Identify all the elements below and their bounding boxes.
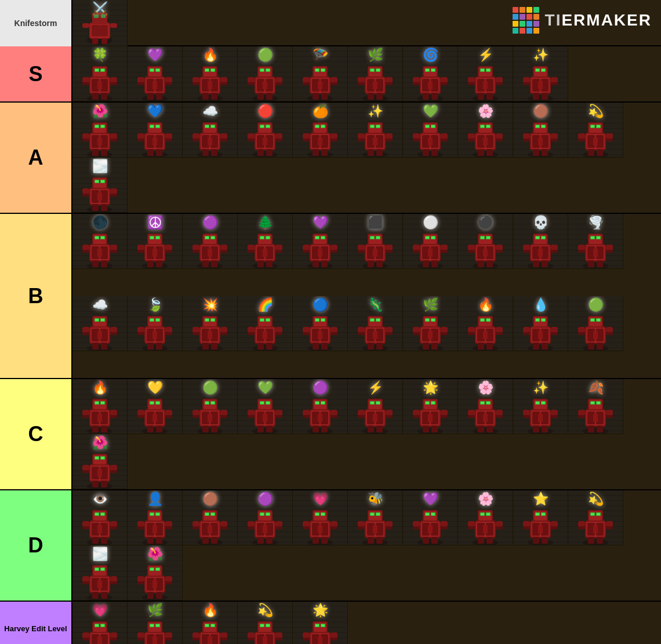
tier-item[interactable]: 💚 bbox=[238, 379, 293, 434]
tier-item[interactable]: 💫 bbox=[568, 490, 623, 545]
tier-item[interactable]: 🟣 bbox=[183, 214, 238, 269]
tier-item[interactable]: 🌸 bbox=[458, 379, 513, 434]
tier-item[interactable]: 🟤 bbox=[183, 490, 238, 545]
tier-item[interactable]: ⚡ bbox=[348, 379, 403, 434]
tier-item[interactable]: 💜 bbox=[128, 46, 183, 101]
tier-item[interactable]: 🌸 bbox=[458, 490, 513, 545]
tier-label-d: D bbox=[0, 490, 72, 601]
tier-item[interactable]: 💚 bbox=[403, 103, 458, 158]
tier-item[interactable]: ☮️ bbox=[128, 214, 183, 269]
svg-rect-3 bbox=[92, 25, 100, 37]
tier-b-items: 🌑 ☮️ 🟣 🌲 💜 ⬛ ⚪ ⚫ 💀 🌪️ ☁️ 🍃 💥 🌈 🔵 🦎 🌿 🔥 💧… bbox=[72, 214, 661, 378]
tier-item[interactable]: 💜 bbox=[403, 490, 458, 545]
tier-label-s: S bbox=[0, 46, 72, 101]
tier-c-items: 🔥 💛 🟢 💚 🟣 ⚡ 🌟 🌸 ✨ 🍂 🌺 bbox=[72, 379, 661, 489]
tier-item[interactable]: 🌸 bbox=[458, 103, 513, 158]
tier-item[interactable]: 🍀 bbox=[72, 46, 128, 101]
tier-item[interactable]: 🟢 bbox=[568, 296, 623, 351]
tier-item[interactable]: 👤 bbox=[128, 490, 183, 545]
tier-item[interactable]: 🟢 bbox=[238, 46, 293, 101]
tier-item[interactable]: 💗 bbox=[293, 490, 348, 545]
tier-item[interactable]: ⬛ bbox=[348, 214, 403, 269]
tier-label-b: B bbox=[0, 214, 72, 378]
tier-item[interactable]: 💥 bbox=[183, 296, 238, 351]
svg-rect-10 bbox=[92, 38, 98, 44]
tier-item[interactable]: 🌿 bbox=[403, 296, 458, 351]
tier-item[interactable]: 🌺 bbox=[72, 434, 128, 489]
logo-text: TierMAKER bbox=[545, 11, 652, 30]
tier-item[interactable]: 🪂 bbox=[293, 46, 348, 101]
tier-item[interactable]: ⚪ bbox=[403, 214, 458, 269]
tier-item[interactable]: 🌺 bbox=[128, 545, 183, 601]
tier-s-items: 🍀 💜 🔥 🟢 🪂 🌿 🌀 ⚡ ✨ bbox=[72, 46, 661, 101]
tier-item[interactable]: 🔥 bbox=[183, 602, 238, 644]
tier-item[interactable]: 💧 bbox=[513, 296, 568, 351]
tier-item[interactable]: 🌟 bbox=[403, 379, 458, 434]
tiermaker-logo: TierMAKER bbox=[513, 7, 652, 34]
tier-item[interactable]: 💜 bbox=[293, 214, 348, 269]
tier-item[interactable]: 🦎 bbox=[348, 296, 403, 351]
tier-row-b: B 🌑 ☮️ 🟣 🌲 💜 ⬛ ⚪ ⚫ 💀 🌪️ ☁️ 🍃 💥 🌈 🔵 🦎 🌿 🔥… bbox=[0, 214, 661, 379]
logo-grid bbox=[513, 7, 539, 34]
tier-item[interactable]: 🌀 bbox=[403, 46, 458, 101]
effect-icon: ⚔️ bbox=[92, 1, 108, 16]
tier-item[interactable]: 🐝 bbox=[348, 490, 403, 545]
tier-item[interactable]: 🌑 bbox=[72, 214, 128, 269]
svg-rect-9 bbox=[110, 23, 117, 28]
tier-item[interactable]: 💫 bbox=[238, 602, 293, 644]
tier-list: Knifestorm ⚔️ bbox=[0, 0, 661, 644]
tier-item[interactable]: 💙 bbox=[128, 103, 183, 158]
tier-item[interactable]: 🌿 bbox=[128, 602, 183, 644]
tier-item[interactable]: 🌫️ bbox=[72, 545, 128, 601]
tier-row-a: A 🌺 💙 ☁️ 🔴 🍊 ✨ 💚 🌸 🟤 💫 🌫️ bbox=[0, 103, 661, 214]
tier-item[interactable]: 🌪️ bbox=[568, 214, 623, 269]
tier-item[interactable]: ✨ bbox=[513, 379, 568, 434]
tier-item[interactable]: ⚔️ bbox=[72, 0, 128, 46]
tier-item[interactable]: ☁️ bbox=[183, 103, 238, 158]
tier-row-d: D 👁️ 👤 🟤 🟣 💗 🐝 💜 🌸 ⭐ 💫 🌫️ 🌺 bbox=[0, 490, 661, 602]
tier-item[interactable]: 🍊 bbox=[293, 103, 348, 158]
tier-item[interactable]: ⚫ bbox=[458, 214, 513, 269]
tier-item[interactable]: 🟣 bbox=[293, 379, 348, 434]
tier-label-a: A bbox=[0, 103, 72, 213]
tier-item[interactable]: 🔥 bbox=[458, 296, 513, 351]
tier-item[interactable]: 🌫️ bbox=[72, 158, 128, 213]
tier-item[interactable]: 🟢 bbox=[183, 379, 238, 434]
tier-label-c: C bbox=[0, 379, 72, 489]
tier-harvey-items: 💗 🌿 🔥 💫 🌟 bbox=[72, 602, 661, 644]
tier-item[interactable]: 🌈 bbox=[238, 296, 293, 351]
svg-rect-4 bbox=[100, 25, 108, 37]
tier-item[interactable]: 🔵 bbox=[293, 296, 348, 351]
tier-item[interactable]: 🔴 bbox=[238, 103, 293, 158]
tier-item[interactable]: ⭐ bbox=[513, 490, 568, 545]
tier-item[interactable]: ☁️ bbox=[72, 296, 128, 351]
tier-item[interactable]: 🌲 bbox=[238, 214, 293, 269]
tier-label-knifestorm: Knifestorm bbox=[0, 0, 72, 46]
tier-row-harvey: Harvey Edit Level 💗 🌿 🔥 💫 🌟 bbox=[0, 602, 661, 644]
tier-item[interactable]: ⚡ bbox=[458, 46, 513, 101]
tier-label-harvey: Harvey Edit Level bbox=[0, 602, 72, 644]
tier-item[interactable]: 💛 bbox=[128, 379, 183, 434]
tier-item[interactable]: ✨ bbox=[513, 46, 568, 101]
tier-item[interactable]: 🟤 bbox=[513, 103, 568, 158]
tier-item[interactable]: 🔥 bbox=[183, 46, 238, 101]
tier-item[interactable]: 💀 bbox=[513, 214, 568, 269]
tier-item[interactable]: 🍃 bbox=[128, 296, 183, 351]
tier-item[interactable]: 👁️ bbox=[72, 490, 128, 545]
svg-rect-11 bbox=[101, 38, 107, 44]
svg-rect-8 bbox=[82, 23, 89, 28]
tier-row-c: C 🔥 💛 🟢 💚 🟣 ⚡ 🌟 🌸 ✨ 🍂 🌺 bbox=[0, 379, 661, 490]
tier-item[interactable]: 🍂 bbox=[568, 379, 623, 434]
tier-d-items: 👁️ 👤 🟤 🟣 💗 🐝 💜 🌸 ⭐ 💫 🌫️ 🌺 bbox=[72, 490, 661, 601]
tier-item[interactable]: 🌺 bbox=[72, 103, 128, 158]
tier-item[interactable]: 💫 bbox=[568, 103, 623, 158]
tier-item[interactable]: ✨ bbox=[348, 103, 403, 158]
tier-item[interactable]: 🟣 bbox=[238, 490, 293, 545]
tier-item[interactable]: 💗 bbox=[72, 602, 128, 644]
tier-a-items: 🌺 💙 ☁️ 🔴 🍊 ✨ 💚 🌸 🟤 💫 🌫️ bbox=[72, 103, 661, 213]
tier-item[interactable]: 🔥 bbox=[72, 379, 128, 434]
tier-item[interactable]: 🌿 bbox=[348, 46, 403, 101]
tier-item[interactable]: 🌟 bbox=[293, 602, 348, 644]
tier-row-s: S 🍀 💜 🔥 🟢 🪂 🌿 🌀 ⚡ ✨ bbox=[0, 46, 661, 103]
